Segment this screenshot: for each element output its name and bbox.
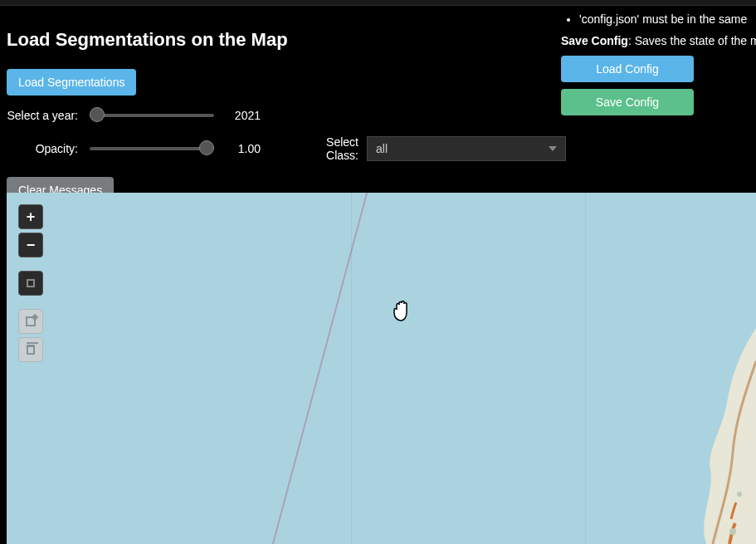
svg-point-1 [729,528,736,535]
map-coastline [656,328,756,544]
chevron-down-icon [549,146,557,151]
config-note: 'config.json' must be in the same [579,12,756,26]
map-view[interactable]: + − [7,193,756,544]
config-panel: 'config.json' must be in the same Save C… [561,12,756,122]
class-label: Select Class: [292,135,358,162]
opacity-control-row: Opacity: 1.00 Select Class: all [7,135,749,162]
grab-cursor-icon [388,297,415,324]
opacity-slider[interactable] [90,140,214,157]
draw-rectangle-button[interactable] [18,271,43,296]
rectangle-icon [27,279,35,287]
header-panel: Load Segmentations on the Map Load Segme… [0,6,756,212]
load-segmentations-button[interactable]: Load Segmentations [7,69,136,96]
app-topbar [0,0,756,6]
year-label: Select a year: [7,109,81,122]
opacity-label: Opacity: [7,142,81,155]
zoom-out-button[interactable]: − [18,233,43,257]
year-value: 2021 [222,109,264,122]
svg-point-0 [737,492,742,497]
load-config-button[interactable]: Load Config [561,56,694,82]
map-feature-line [217,193,390,544]
year-slider-thumb[interactable] [90,107,105,122]
class-select[interactable]: all [367,136,566,161]
edit-icon [26,316,36,326]
edit-shape-button[interactable] [18,309,43,334]
opacity-value: 1.00 [222,142,264,155]
tile-border [585,193,586,544]
delete-shape-button[interactable] [18,337,43,362]
trash-icon [27,345,35,355]
zoom-in-button[interactable]: + [18,204,43,229]
save-config-button[interactable]: Save Config [561,89,694,115]
save-config-description: Save Config: Saves the state of the m [561,34,756,47]
opacity-slider-thumb[interactable] [199,140,214,155]
class-select-value: all [376,142,388,155]
map-toolbar: + − [18,204,43,365]
year-slider[interactable] [90,107,214,124]
